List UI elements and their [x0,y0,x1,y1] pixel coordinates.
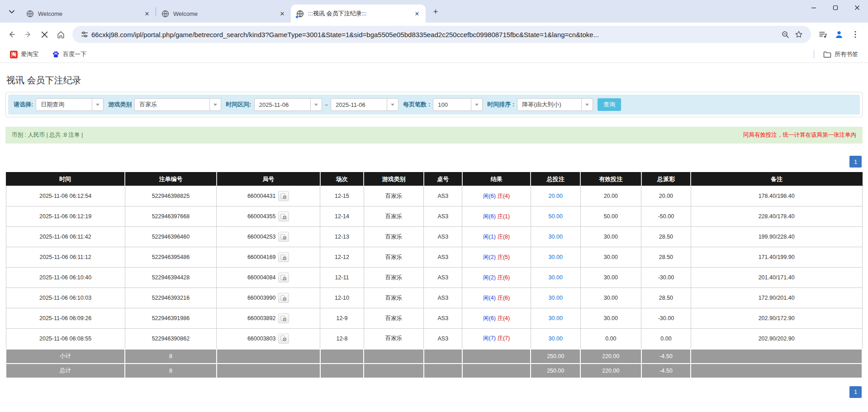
cell-valid-bet: 30.00 [580,247,641,268]
cell-total-bet[interactable]: 30.00 [531,247,580,268]
video-replay-icon[interactable] [278,232,289,242]
cell-table-no: AS3 [424,268,462,288]
cell-payout: -30.00 [641,268,691,288]
tab-close-icon[interactable]: ✕ [278,10,286,18]
sum-empty [217,364,320,378]
total-bet-link[interactable]: 30.00 [549,234,563,240]
total-bet-link[interactable]: 50.00 [549,213,563,220]
tab-close-icon[interactable]: ✕ [143,10,151,18]
cell-remark: 199.90/228.40 [691,227,862,247]
search-button[interactable]: 查询 [598,98,621,111]
site-settings-icon[interactable] [78,28,91,41]
video-replay-icon[interactable] [278,273,289,283]
home-icon[interactable] [52,26,69,43]
sort-select[interactable]: 降幂(由大到小) [517,98,593,111]
cell-remark: 228.40/178.40 [691,206,862,227]
tab-search-chevron-icon[interactable] [5,5,18,18]
date-from-select[interactable]: 2025-11-06 [254,98,322,111]
page-1-button[interactable]: 1 [849,156,862,168]
currency-total-text: 币别 : 人民币 | 总共 :8 注单 | [12,131,83,139]
cell-bet-id: 522946397668 [125,206,217,227]
menu-kebab-icon[interactable] [847,26,863,43]
new-tab-button[interactable]: + [429,5,442,18]
cell-total-bet[interactable]: 30.00 [531,308,580,329]
table-row: 2025-11-06 06:10:40522946394428660004084… [6,268,862,288]
cell-valid-bet: 0.00 [580,329,641,349]
address-bar[interactable]: 66cxkj98.com/ipl/portal.php/game/betreco… [72,26,811,43]
date-to-value: 2025-11-06 [331,101,387,108]
result-player: 闲(2) [483,254,496,260]
chevron-down-icon [92,99,103,110]
sum-empty [462,364,531,378]
game-type-select[interactable]: 百家乐 [134,98,221,111]
video-replay-icon[interactable] [278,313,289,323]
total-bet-link[interactable]: 30.00 [549,295,563,301]
video-replay-icon[interactable] [278,252,289,262]
cell-time: 2025-11-06 06:12:54 [6,186,125,206]
all-bookmarks-button[interactable]: 所有书签 [820,48,862,60]
query-type-select[interactable]: 日期查询 [36,98,104,111]
result-player: 闲(6) [483,193,496,199]
tab-welcome-1[interactable]: Welcome ✕ [21,5,156,23]
cell-table-no: AS3 [424,308,462,329]
cell-total-bet[interactable]: 30.00 [531,268,580,288]
zoom-out-icon[interactable] [778,28,792,41]
page-size-select[interactable]: 100 [433,98,483,111]
bookmark-baidu[interactable]: 百度一下 [48,48,90,60]
game-type-label: 游戏类别 [108,101,132,109]
video-replay-icon[interactable] [278,211,289,221]
cell-total-bet[interactable]: 30.00 [531,227,580,247]
total-bet-link[interactable]: 30.00 [549,254,563,260]
stop-loading-icon[interactable] [36,26,52,43]
date-to-select[interactable]: 2025-11-06 [331,98,398,111]
cell-remark: 171.40/199.90 [691,247,862,268]
tab-bet-record-active[interactable]: :::视讯 会员下注纪录::: ✕ [291,5,426,23]
total-bet-link[interactable]: 30.00 [549,315,563,321]
sum-label: 小计 [6,349,125,364]
globe-icon [26,10,34,18]
column-header: 时间 [6,172,125,186]
cell-table-no: AS3 [424,186,462,206]
filter-bar: 请选择: 日期查询 游戏类别 百家乐 时间区间: 2025-11-06 ~ 20… [8,95,860,115]
cell-round-id: 660003892 [217,308,320,329]
result-banker: 庄(4) [497,193,510,199]
cell-game-type: 百家乐 [364,227,424,247]
result-player: 闲(2) [483,274,496,281]
result-banker: 庄(6) [497,274,510,281]
tab-close-icon[interactable]: ✕ [413,10,421,18]
video-replay-icon[interactable] [278,334,289,344]
sum-empty [320,349,364,364]
all-bookmarks-label: 所有书签 [835,50,858,58]
page-1-button[interactable]: 1 [849,386,862,398]
table-row: 2025-11-06 06:11:42522946396460660004253… [6,227,862,247]
maximize-button[interactable] [825,0,846,15]
media-controls-icon[interactable] [815,26,831,43]
bookmark-star-icon[interactable] [792,28,806,41]
close-window-button[interactable] [846,0,868,15]
result-player: 闲(7) [483,335,496,341]
video-replay-icon[interactable] [278,293,289,303]
result-banker: 庄(6) [497,295,510,301]
cell-total-bet[interactable]: 30.00 [531,329,580,349]
total-bet-link[interactable]: 30.00 [549,335,563,342]
chevron-down-icon [471,99,482,110]
forward-icon[interactable] [20,26,36,43]
cell-total-bet[interactable]: 30.00 [531,288,580,308]
cell-game-type: 百家乐 [364,288,424,308]
bookmark-taobao[interactable]: 淘 爱淘宝 [6,48,42,60]
cell-payout: 0.00 [641,329,691,349]
chevron-down-icon [209,99,221,110]
result-banker: 庄(4) [497,315,510,321]
cell-total-bet[interactable]: 50.00 [531,206,580,227]
tab-welcome-2[interactable]: Welcome ✕ [156,5,291,23]
profile-avatar-icon[interactable] [831,26,847,43]
minimize-button[interactable] [803,0,825,15]
total-bet-link[interactable]: 30.00 [549,274,563,281]
video-replay-icon[interactable] [278,191,289,201]
back-icon[interactable] [4,26,20,43]
cell-total-bet[interactable]: 20.00 [531,186,580,206]
total-bet-link[interactable]: 20.00 [549,193,563,199]
cell-bet-id: 522946391986 [125,308,217,329]
cell-bet-id: 522946395486 [125,247,217,268]
url-text[interactable]: 66cxkj98.com/ipl/portal.php/game/betreco… [91,31,778,38]
